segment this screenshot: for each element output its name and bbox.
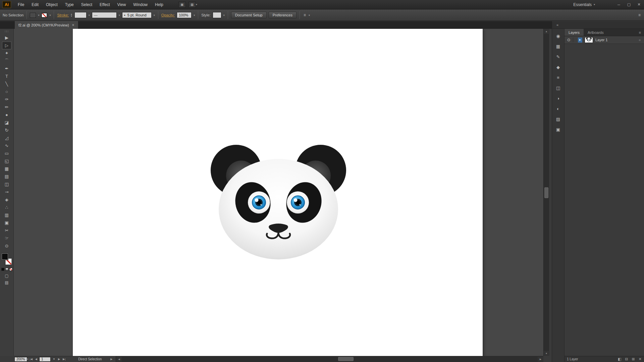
perspective-grid-tool[interactable]: ▦ (2, 165, 11, 173)
scroll-left-icon[interactable]: ◀ (116, 357, 122, 362)
toolbar-drag-handle[interactable]: ∷∷ (5, 30, 8, 34)
select-similar-icon[interactable]: ≡ (303, 13, 307, 17)
workspace-switcher[interactable]: Essentials ▾ (573, 2, 595, 7)
panda-head[interactable] (219, 159, 338, 259)
stepper-down-icon[interactable]: ▾ (71, 15, 72, 17)
eraser-tool[interactable]: ◪ (2, 119, 11, 126)
new-layer-icon[interactable]: ⊞ (632, 357, 635, 361)
new-sublayer-icon[interactable]: ⊟ (625, 357, 628, 361)
select-similar-caret-icon[interactable]: ▾ (309, 14, 310, 17)
menu-edit[interactable]: Edit (28, 0, 42, 9)
ellipse-tool[interactable]: ○ (2, 88, 11, 96)
menu-window[interactable]: Window (129, 0, 151, 9)
zoom-level-field[interactable]: 200% (14, 357, 27, 362)
free-transform-tool[interactable]: ▭ (2, 149, 11, 157)
bridge-icon[interactable]: ▣ (178, 2, 186, 8)
tab-artboards[interactable]: Artboards (584, 29, 608, 36)
gradient-panel-icon[interactable]: ◫ (554, 85, 562, 91)
collapse-panels-icon[interactable]: « (556, 23, 558, 27)
blob-brush-tool[interactable]: ● (2, 111, 11, 119)
transparency-panel-icon[interactable]: ◑ (554, 95, 562, 101)
pencil-tool[interactable]: ✏ (2, 103, 11, 111)
artboard[interactable] (73, 29, 483, 356)
line-segment-tool[interactable]: ╲ (2, 80, 11, 88)
type-tool[interactable]: T (2, 72, 11, 80)
magic-wand-tool[interactable]: ✦ (2, 49, 11, 57)
menu-help[interactable]: Help (151, 0, 167, 9)
gradient-mode-button[interactable] (5, 268, 8, 271)
eyedropper-tool[interactable]: ⊸ (2, 188, 11, 196)
width-tool[interactable]: ∿ (2, 142, 11, 149)
panda-artwork[interactable] (208, 143, 349, 264)
style-swatch-dropdown[interactable] (213, 12, 221, 18)
fill-caret-icon[interactable]: ▾ (38, 14, 39, 17)
next-artboard-button[interactable]: ▶ (57, 358, 61, 361)
tab-close-icon[interactable]: × (72, 23, 74, 27)
mesh-tool[interactable]: ▤ (2, 173, 11, 180)
layer-row[interactable]: ⊙ ▶ Layer 1 ○ (565, 36, 644, 44)
stroke-caret-icon[interactable]: ▾ (49, 14, 51, 17)
vertical-scroll-track[interactable] (544, 34, 549, 351)
visibility-eye-icon[interactable]: ⊙ (565, 38, 573, 42)
last-artboard-button[interactable]: ▶| (61, 358, 67, 361)
menu-type[interactable]: Type (61, 0, 77, 9)
menu-view[interactable]: View (114, 0, 130, 9)
horizontal-scroll-thumb[interactable] (338, 357, 354, 361)
color-panel-icon[interactable]: ◉ (554, 33, 562, 39)
close-button[interactable]: ✕ (634, 0, 644, 9)
menu-effect[interactable]: Effect (96, 0, 113, 9)
make-clipping-mask-icon[interactable]: ◧ (618, 357, 621, 361)
brush-caret-icon[interactable]: ▾ (154, 14, 155, 17)
restore-button[interactable]: ▢ (624, 0, 634, 9)
artboard-tool[interactable]: ▣ (2, 219, 11, 227)
fill-well[interactable] (2, 253, 8, 260)
shape-builder-tool[interactable]: ◱ (2, 157, 11, 165)
stroke-weight-caret-icon[interactable]: ▾ (89, 14, 90, 17)
scale-tool[interactable]: ◿ (2, 134, 11, 142)
menu-select[interactable]: Select (77, 0, 96, 9)
gradient-tool[interactable]: ◫ (2, 180, 11, 188)
control-bar-menu-icon[interactable]: ≡ (638, 13, 641, 17)
symbol-sprayer-tool[interactable]: ∴ (2, 203, 11, 211)
menu-object[interactable]: Object (42, 0, 61, 9)
tab-layers[interactable]: Layers (565, 29, 584, 36)
minimize-button[interactable]: ─ (614, 0, 624, 9)
vertical-scrollbar[interactable]: ▲ ▼ (543, 29, 549, 356)
direct-selection-tool[interactable]: ▷ (2, 42, 11, 49)
width-profile-caret-icon[interactable]: ▾ (119, 14, 120, 17)
horizontal-scrollbar[interactable]: ◀ ▶ (116, 356, 543, 362)
document-tab[interactable]: f2.ai @ 200% (CMYK/Preview) × (15, 21, 78, 29)
scroll-down-icon[interactable]: ▼ (544, 351, 549, 356)
column-graph-tool[interactable]: ▥ (2, 211, 11, 219)
layer-disclosure-icon[interactable]: ▶ (578, 38, 582, 43)
brushes-panel-icon[interactable]: ✎ (554, 54, 562, 60)
stroke-weight-field[interactable] (74, 12, 87, 18)
artboard-number-field[interactable]: 1 (39, 357, 51, 362)
zoom-tool[interactable]: ⊙ (2, 242, 11, 250)
stroke-color-swatch[interactable] (41, 13, 47, 18)
menu-file[interactable]: File (14, 0, 28, 9)
stroke-weight-stepper[interactable]: ▴ ▾ (71, 13, 72, 17)
opacity-label[interactable]: Opacity: (161, 13, 175, 17)
first-artboard-button[interactable]: |◀ (29, 358, 34, 361)
none-mode-button[interactable] (9, 268, 12, 271)
color-mode-button[interactable] (1, 268, 4, 271)
opacity-caret-icon[interactable]: ▾ (194, 14, 195, 17)
layer-thumbnail[interactable] (585, 37, 593, 43)
status-options-icon[interactable]: ▶ (110, 358, 112, 361)
scroll-up-icon[interactable]: ▲ (544, 29, 549, 34)
selection-tool[interactable]: ▶ (2, 34, 11, 42)
draw-mode-icon[interactable]: ▢ (5, 274, 8, 278)
previous-artboard-button[interactable]: ◀ (34, 358, 39, 361)
screen-mode-icon[interactable]: ▤ (5, 280, 8, 285)
lasso-tool[interactable]: ⌒ (2, 57, 11, 65)
horizontal-scroll-track[interactable] (122, 356, 538, 362)
pen-tool[interactable]: ✒ (2, 65, 11, 72)
layer-name[interactable]: Layer 1 (595, 38, 635, 42)
appearance-panel-icon[interactable]: ◐ (554, 106, 562, 112)
paintbrush-tool[interactable]: ✑ (2, 96, 11, 103)
arrange-documents-icon[interactable]: ▦ (189, 2, 196, 8)
brush-definition-dropdown[interactable]: • 5 pt. Round (122, 12, 152, 18)
style-caret-icon[interactable]: ▾ (223, 14, 225, 17)
variable-width-profile-dropdown[interactable]: — (92, 12, 117, 18)
